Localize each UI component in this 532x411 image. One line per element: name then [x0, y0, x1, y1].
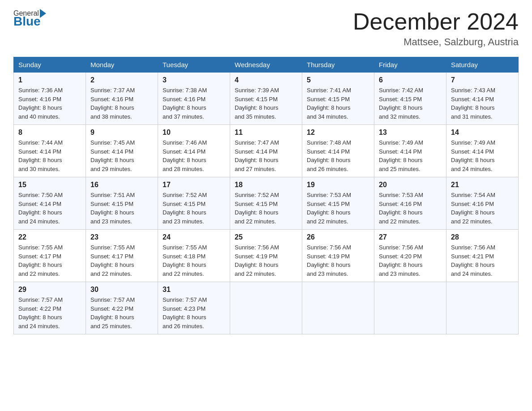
table-row [230, 282, 302, 334]
table-row: 4 Sunrise: 7:39 AM Sunset: 4:15 PM Dayli… [230, 73, 302, 125]
table-row: 17 Sunrise: 7:52 AM Sunset: 4:15 PM Dayl… [158, 177, 230, 230]
day-number: 14 [451, 128, 514, 137]
day-number: 8 [18, 128, 81, 137]
day-info: Sunrise: 7:46 AM Sunset: 4:14 PM Dayligh… [163, 138, 225, 173]
day-info: Sunrise: 7:51 AM Sunset: 4:15 PM Dayligh… [90, 191, 153, 226]
calendar-table: Sunday Monday Tuesday Wednesday Thursday… [13, 57, 519, 334]
header-row: Sunday Monday Tuesday Wednesday Thursday… [14, 57, 519, 73]
month-title: December 2024 [353, 9, 519, 34]
day-number: 29 [18, 286, 81, 294]
day-info: Sunrise: 7:57 AM Sunset: 4:23 PM Dayligh… [163, 295, 225, 330]
day-number: 9 [90, 128, 153, 137]
table-row: 25 Sunrise: 7:56 AM Sunset: 4:19 PM Dayl… [230, 230, 302, 282]
day-info: Sunrise: 7:56 AM Sunset: 4:20 PM Dayligh… [379, 243, 442, 278]
day-info: Sunrise: 7:45 AM Sunset: 4:14 PM Dayligh… [90, 138, 153, 173]
table-row: 15 Sunrise: 7:50 AM Sunset: 4:14 PM Dayl… [14, 177, 86, 230]
day-number: 30 [90, 286, 153, 294]
day-number: 2 [90, 76, 153, 84]
location-title: Mattsee, Salzburg, Austria [353, 36, 519, 48]
table-row: 23 Sunrise: 7:55 AM Sunset: 4:17 PM Dayl… [86, 230, 158, 282]
table-row: 21 Sunrise: 7:54 AM Sunset: 4:16 PM Dayl… [446, 177, 519, 230]
day-info: Sunrise: 7:56 AM Sunset: 4:19 PM Dayligh… [307, 243, 369, 278]
page-header: General Blue December 2024 Mattsee, Salz… [13, 9, 519, 48]
day-info: Sunrise: 7:55 AM Sunset: 4:17 PM Dayligh… [90, 243, 153, 278]
calendar-week-3: 15 Sunrise: 7:50 AM Sunset: 4:14 PM Dayl… [14, 177, 519, 230]
day-number: 18 [235, 181, 297, 189]
table-row: 3 Sunrise: 7:38 AM Sunset: 4:16 PM Dayli… [158, 73, 230, 125]
day-info: Sunrise: 7:55 AM Sunset: 4:17 PM Dayligh… [18, 243, 81, 278]
table-row: 16 Sunrise: 7:51 AM Sunset: 4:15 PM Dayl… [86, 177, 158, 230]
day-number: 13 [379, 128, 442, 137]
col-tuesday: Tuesday [158, 57, 230, 73]
day-info: Sunrise: 7:44 AM Sunset: 4:14 PM Dayligh… [18, 138, 81, 173]
logo-blue-text: Blue [13, 14, 41, 29]
table-row: 18 Sunrise: 7:52 AM Sunset: 4:15 PM Dayl… [230, 177, 302, 230]
table-row: 12 Sunrise: 7:48 AM Sunset: 4:14 PM Dayl… [302, 125, 374, 177]
table-row: 7 Sunrise: 7:43 AM Sunset: 4:14 PM Dayli… [446, 73, 519, 125]
table-row [302, 282, 374, 334]
calendar-week-4: 22 Sunrise: 7:55 AM Sunset: 4:17 PM Dayl… [14, 230, 519, 282]
table-row: 9 Sunrise: 7:45 AM Sunset: 4:14 PM Dayli… [86, 125, 158, 177]
day-number: 25 [235, 233, 297, 241]
col-friday: Friday [374, 57, 446, 73]
day-info: Sunrise: 7:53 AM Sunset: 4:15 PM Dayligh… [307, 191, 369, 226]
table-row: 8 Sunrise: 7:44 AM Sunset: 4:14 PM Dayli… [14, 125, 86, 177]
day-number: 4 [235, 76, 297, 84]
day-number: 22 [18, 233, 81, 241]
calendar-week-5: 29 Sunrise: 7:57 AM Sunset: 4:22 PM Dayl… [14, 282, 519, 334]
title-area: December 2024 Mattsee, Salzburg, Austria [353, 9, 519, 48]
day-info: Sunrise: 7:47 AM Sunset: 4:14 PM Dayligh… [235, 138, 297, 173]
day-number: 19 [307, 181, 369, 189]
day-info: Sunrise: 7:41 AM Sunset: 4:15 PM Dayligh… [307, 86, 369, 121]
table-row [374, 282, 446, 334]
day-info: Sunrise: 7:42 AM Sunset: 4:15 PM Dayligh… [379, 86, 442, 121]
table-row: 6 Sunrise: 7:42 AM Sunset: 4:15 PM Dayli… [374, 73, 446, 125]
table-row: 27 Sunrise: 7:56 AM Sunset: 4:20 PM Dayl… [374, 230, 446, 282]
table-row: 29 Sunrise: 7:57 AM Sunset: 4:22 PM Dayl… [14, 282, 86, 334]
col-wednesday: Wednesday [230, 57, 302, 73]
table-row: 30 Sunrise: 7:57 AM Sunset: 4:22 PM Dayl… [86, 282, 158, 334]
day-info: Sunrise: 7:57 AM Sunset: 4:22 PM Dayligh… [90, 295, 153, 330]
day-number: 20 [379, 181, 442, 189]
table-row: 20 Sunrise: 7:53 AM Sunset: 4:16 PM Dayl… [374, 177, 446, 230]
day-number: 16 [90, 181, 153, 189]
day-info: Sunrise: 7:37 AM Sunset: 4:16 PM Dayligh… [90, 86, 153, 121]
day-number: 17 [163, 181, 225, 189]
table-row: 22 Sunrise: 7:55 AM Sunset: 4:17 PM Dayl… [14, 230, 86, 282]
day-info: Sunrise: 7:38 AM Sunset: 4:16 PM Dayligh… [163, 86, 225, 121]
day-number: 5 [307, 76, 369, 84]
table-row: 13 Sunrise: 7:49 AM Sunset: 4:14 PM Dayl… [374, 125, 446, 177]
calendar-week-1: 1 Sunrise: 7:36 AM Sunset: 4:16 PM Dayli… [14, 73, 519, 125]
day-info: Sunrise: 7:50 AM Sunset: 4:14 PM Dayligh… [18, 191, 81, 226]
table-row: 24 Sunrise: 7:55 AM Sunset: 4:18 PM Dayl… [158, 230, 230, 282]
table-row: 28 Sunrise: 7:56 AM Sunset: 4:21 PM Dayl… [446, 230, 519, 282]
day-number: 12 [307, 128, 369, 137]
col-thursday: Thursday [302, 57, 374, 73]
table-row: 5 Sunrise: 7:41 AM Sunset: 4:15 PM Dayli… [302, 73, 374, 125]
day-number: 10 [163, 128, 225, 137]
day-info: Sunrise: 7:55 AM Sunset: 4:18 PM Dayligh… [163, 243, 225, 278]
day-info: Sunrise: 7:48 AM Sunset: 4:14 PM Dayligh… [307, 138, 369, 173]
day-info: Sunrise: 7:49 AM Sunset: 4:14 PM Dayligh… [379, 138, 442, 173]
logo-arrow-icon [40, 9, 46, 18]
table-row: 1 Sunrise: 7:36 AM Sunset: 4:16 PM Dayli… [14, 73, 86, 125]
table-row [446, 282, 519, 334]
day-number: 7 [451, 76, 514, 84]
day-number: 31 [163, 286, 225, 294]
col-sunday: Sunday [14, 57, 86, 73]
day-number: 3 [163, 76, 225, 84]
day-number: 28 [451, 233, 514, 241]
table-row: 31 Sunrise: 7:57 AM Sunset: 4:23 PM Dayl… [158, 282, 230, 334]
logo: General Blue [13, 9, 47, 29]
day-info: Sunrise: 7:54 AM Sunset: 4:16 PM Dayligh… [451, 191, 514, 226]
day-info: Sunrise: 7:56 AM Sunset: 4:21 PM Dayligh… [451, 243, 514, 278]
day-info: Sunrise: 7:53 AM Sunset: 4:16 PM Dayligh… [379, 191, 442, 226]
col-monday: Monday [86, 57, 158, 73]
calendar-week-2: 8 Sunrise: 7:44 AM Sunset: 4:14 PM Dayli… [14, 125, 519, 177]
table-row: 11 Sunrise: 7:47 AM Sunset: 4:14 PM Dayl… [230, 125, 302, 177]
day-number: 15 [18, 181, 81, 189]
day-info: Sunrise: 7:39 AM Sunset: 4:15 PM Dayligh… [235, 86, 297, 121]
day-number: 27 [379, 233, 442, 241]
day-number: 6 [379, 76, 442, 84]
day-number: 1 [18, 76, 81, 84]
